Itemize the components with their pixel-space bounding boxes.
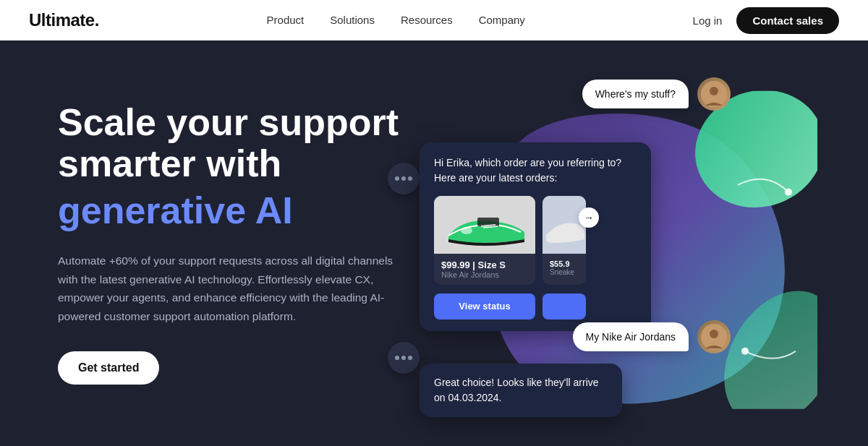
product-2-price: $55.9: [550, 260, 579, 268]
product-card-2-info: $55.9 Sneake: [542, 254, 586, 282]
carousel-arrow-button[interactable]: →: [579, 207, 599, 228]
hero-left: Scale your support smarter with generati…: [58, 102, 434, 385]
product-1-price: $99.99 | Size S: [441, 260, 528, 270]
user-avatar-bottom: [697, 320, 731, 353]
product-card-2-image: [542, 196, 586, 254]
hero-right: Where's my stuff?: [434, 40, 810, 446]
svg-point-5: [710, 87, 718, 95]
svg-point-13: [710, 330, 718, 338]
user-avatar-top: [697, 77, 731, 111]
user-message-top: Where's my stuff?: [582, 77, 731, 111]
nav-links: Product Solutions Resources Company: [267, 14, 525, 27]
nav-item-product[interactable]: Product: [267, 14, 305, 27]
bot-text-main: Hi Erika, which order are you referring …: [434, 155, 637, 186]
view-status-button-1[interactable]: View status: [434, 293, 535, 320]
product-card-1-image: [434, 196, 535, 254]
svg-rect-8: [477, 218, 499, 226]
nav-item-resources[interactable]: Resources: [401, 14, 453, 27]
action-buttons-row: View status: [434, 293, 637, 320]
product-card-2: $55.9 Sneake: [542, 196, 586, 285]
product-2-name: Sneake: [550, 268, 579, 276]
hero-section: Scale your support smarter with generati…: [0, 40, 868, 446]
bot-message-main: Hi Erika, which order are you referring …: [420, 142, 651, 331]
svg-point-7: [461, 227, 472, 234]
contact-sales-button[interactable]: Contact sales: [736, 7, 839, 34]
hero-description: Automate +60% of your support requests a…: [58, 252, 412, 325]
login-button[interactable]: Log in: [693, 14, 723, 27]
nav-right: Log in Contact sales: [693, 7, 839, 34]
logo: Ultimate.: [29, 10, 99, 30]
bot-message-bottom: Great choice! Looks like they'll arrive …: [420, 364, 622, 417]
product-card-1-info: $99.99 | Size S Nike Air Jordans: [434, 254, 535, 285]
navbar: Ultimate. Product Solutions Resources Co…: [0, 0, 868, 40]
hero-title-line1: Scale your support smarter with: [58, 102, 434, 184]
nav-item-company[interactable]: Company: [479, 14, 525, 27]
view-status-button-2[interactable]: [542, 293, 586, 320]
user-bubble-bottom: My Nike Air Jordans: [573, 322, 689, 351]
product-1-name: Nike Air Jordans: [441, 270, 528, 279]
user-bubble-top: Where's my stuff?: [582, 80, 689, 108]
user-message-bottom: My Nike Air Jordans: [573, 320, 731, 353]
hero-title-accent: generative AI: [58, 190, 434, 231]
product-cards-row: $99.99 | Size S Nike Air Jordans →: [434, 196, 637, 285]
nav-item-solutions[interactable]: Solutions: [330, 14, 375, 27]
product-card-1: $99.99 | Size S Nike Air Jordans: [434, 196, 535, 285]
bot-text-bottom: Great choice! Looks like they'll arrive …: [434, 375, 608, 406]
chat-container: Where's my stuff?: [376, 56, 796, 432]
get-started-button[interactable]: Get started: [58, 351, 159, 385]
